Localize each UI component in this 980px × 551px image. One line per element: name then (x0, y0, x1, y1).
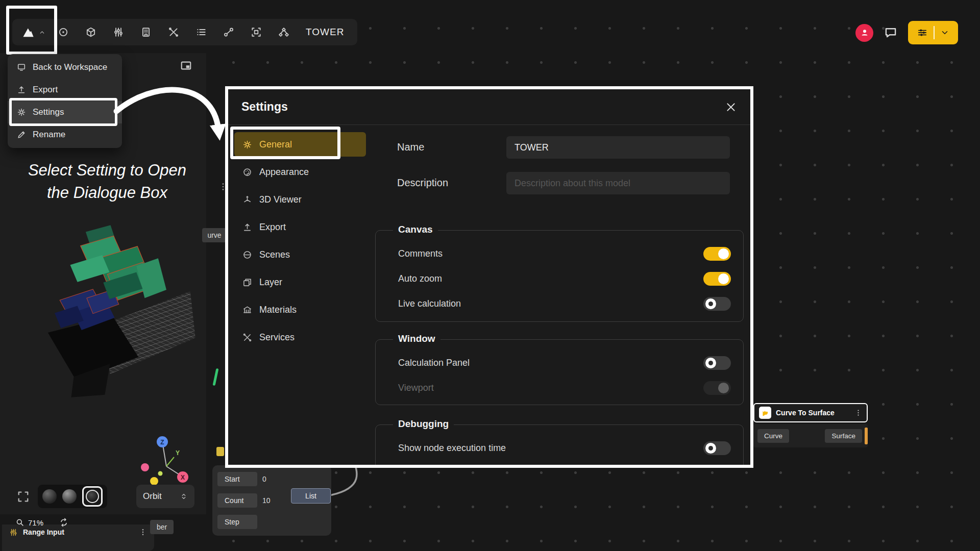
chat-icon[interactable] (884, 26, 898, 40)
kebab-menu-icon[interactable] (139, 528, 147, 536)
toggle-show-node-execution-time[interactable] (703, 441, 731, 455)
shading-mode-group (38, 485, 107, 508)
range-chip-count[interactable]: Count (217, 493, 257, 508)
curve-input-port[interactable]: Curve (757, 429, 789, 443)
section-title: Debugging (393, 418, 454, 430)
toggle-live-calculation[interactable] (703, 297, 731, 311)
settings-row-calculation-panel: Calculation Panel (376, 350, 743, 375)
node-icon-fragment (216, 447, 224, 456)
toggle-calculation-panel[interactable] (703, 356, 731, 370)
wire-green-fragment (213, 368, 219, 386)
app-canvas: Z X Y Orbit Range Input 71 (0, 0, 980, 551)
section-rows: Show node execution time (376, 425, 743, 461)
axis-gizmo[interactable]: Z X Y (137, 430, 203, 492)
range-row-start: Start0 (217, 468, 326, 490)
settings-row-auto-zoom: Auto zoom (376, 266, 743, 291)
toggle-viewport[interactable] (703, 381, 731, 395)
surface-output-port[interactable]: Surface (825, 429, 862, 443)
node-title: Curve To Surface (776, 409, 850, 417)
section-debugging: Debugging Show node execution time (375, 424, 744, 468)
toggle-knob (718, 273, 729, 284)
range-node-icon (9, 528, 18, 537)
node-body: Curve Surface (753, 424, 868, 447)
top-toolbar: TOWER (12, 19, 357, 45)
list-node[interactable]: List (291, 488, 331, 504)
annotation-box-settings (9, 98, 117, 126)
annotation-line1: Select Setting to Open (7, 159, 207, 182)
kebab-menu-icon[interactable] (854, 408, 862, 417)
menu-item-label: Export (33, 85, 58, 95)
name-input[interactable] (506, 136, 730, 159)
menu-item-back-to-workspace[interactable]: Back to Workspace (8, 56, 122, 79)
frame-icon[interactable] (251, 27, 262, 38)
workspace-icon (17, 63, 26, 72)
range-input-node-header[interactable]: Range Input (2, 524, 154, 551)
description-input[interactable] (506, 172, 730, 194)
dog-icon (761, 409, 770, 417)
output-group: Surface (825, 428, 868, 444)
settings-row-label: Viewport (398, 383, 434, 393)
shading-mode-solid-button[interactable] (42, 489, 57, 504)
menu-item-label: Back to Workspace (33, 62, 107, 72)
settings-row-label: Calculation Panel (398, 358, 470, 368)
topbar-right (855, 21, 958, 44)
list-icon[interactable] (195, 27, 207, 38)
range-chip-step[interactable]: Step (217, 515, 257, 529)
curve-to-surface-node[interactable]: Curve To Surface Curve Surface (753, 403, 868, 447)
node-header[interactable]: Curve To Surface (753, 403, 868, 422)
avatar[interactable] (855, 24, 873, 42)
section-window: Window Calculation PanelViewport (375, 339, 744, 405)
button-divider (934, 26, 935, 39)
building-icon[interactable] (140, 27, 152, 38)
filter-icon (917, 27, 928, 38)
fullscreen-icon[interactable] (16, 490, 30, 504)
cube-icon[interactable] (85, 27, 96, 38)
target-icon[interactable] (58, 27, 69, 38)
model-3d-render[interactable] (24, 216, 195, 403)
toggle-knob (705, 358, 716, 368)
graph-icon[interactable] (223, 27, 234, 38)
section-title: Window (393, 333, 440, 344)
sync-icon[interactable] (59, 517, 69, 528)
camera-mode-select[interactable]: Orbit (136, 485, 194, 508)
tune-icon[interactable] (113, 27, 124, 38)
toggle-knob (705, 298, 716, 309)
output-port-bar[interactable] (865, 428, 868, 444)
section-rows: CommentsAuto zoomLive calculation (376, 231, 743, 316)
section-rows: Calculation PanelViewport (376, 340, 743, 400)
shading-mode-wireframe-button[interactable] (86, 490, 99, 503)
shading-mode-material-button[interactable] (62, 489, 77, 504)
toggle-knob (718, 383, 729, 393)
toggle-auto-zoom[interactable] (703, 272, 731, 286)
annotation-box-logo (6, 6, 57, 55)
gizmo-y-label: Y (176, 449, 180, 457)
zoom-level-group: 71% (15, 518, 43, 527)
range-value: 0 (262, 475, 266, 483)
menu-item-rename[interactable]: Rename (8, 123, 122, 146)
zoom-level: 71% (28, 518, 43, 527)
camera-mode-value: Orbit (143, 491, 162, 502)
filter-dropdown-button[interactable] (908, 21, 958, 44)
range-node-title: Range Input (23, 528, 64, 536)
magnifier-icon[interactable] (15, 518, 24, 527)
chevron-down-icon (940, 28, 949, 37)
network-icon[interactable] (278, 27, 289, 38)
node-icon-box (759, 407, 771, 419)
range-chip-start[interactable]: Start (217, 472, 257, 486)
toggle-knob (718, 248, 729, 259)
menu-item-label: Rename (33, 130, 65, 140)
number-node-fragment[interactable]: ber (150, 520, 174, 534)
settings-row-label: Live calculation (398, 298, 461, 309)
range-row-step: Step (217, 511, 326, 533)
section-canvas: Canvas CommentsAuto zoomLive calculation (375, 230, 744, 322)
settings-dialog: Settings GeneralAppearance3D ViewerExpor… (225, 86, 753, 468)
person-icon (860, 28, 870, 38)
picture-in-picture-icon[interactable] (180, 59, 192, 72)
curve-node-fragment[interactable]: urve (202, 228, 227, 242)
annotation-text: Select Setting to Open the Dialogue Box (7, 159, 207, 204)
settings-row-viewport: Viewport (376, 375, 743, 400)
annotation-line2: the Dialogue Box (7, 182, 207, 204)
tools-icon[interactable] (168, 27, 179, 38)
toggle-comments[interactable] (703, 247, 731, 261)
pencil-icon (17, 130, 26, 139)
